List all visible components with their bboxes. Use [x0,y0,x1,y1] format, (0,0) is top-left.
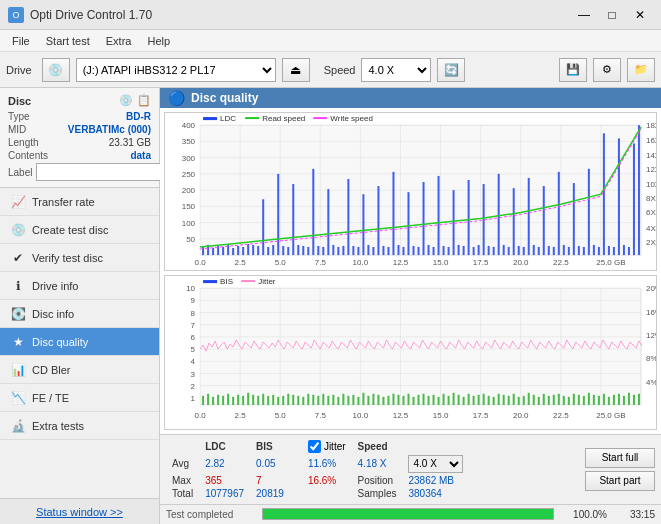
sidebar-item-verify-test-disc[interactable]: ✔ Verify test disc [0,244,159,272]
start-full-button[interactable]: Start full [585,448,655,468]
sidebar-item-disc-info[interactable]: 💽 Disc info [0,300,159,328]
svg-rect-245 [463,397,465,405]
svg-rect-271 [593,395,595,405]
svg-text:15.0: 15.0 [433,412,449,421]
speed-dropdown[interactable]: 4.0 X [408,455,463,473]
svg-rect-261 [543,394,545,405]
disc-mid-row: MID VERBATIMc (000) [8,124,151,135]
svg-text:0.0: 0.0 [195,412,207,421]
svg-rect-278 [628,393,630,405]
create-test-disc-icon: 💿 [10,222,26,238]
svg-text:25.0 GB: 25.0 GB [596,258,625,267]
app-icon: O [8,7,24,23]
svg-rect-140 [245,117,259,119]
svg-text:Read speed: Read speed [262,114,305,123]
verify-test-disc-icon: ✔ [10,250,26,266]
svg-rect-252 [498,394,500,405]
svg-text:Write speed: Write speed [330,114,373,123]
save-button[interactable]: 📁 [627,58,655,82]
svg-rect-108 [493,247,495,255]
svg-rect-132 [613,247,615,255]
status-window-link[interactable]: Status window >> [0,498,159,524]
svg-rect-103 [468,180,470,255]
svg-rect-228 [377,395,379,405]
progress-time: 33:15 [615,509,655,520]
titlebar: O Opti Drive Control 1.70 — □ ✕ [0,0,661,30]
max-label: Max [166,474,199,487]
svg-text:17.5: 17.5 [473,412,489,421]
svg-rect-208 [277,397,279,405]
speed-select[interactable]: 4.0 X [361,58,431,82]
svg-text:10.0: 10.0 [353,258,369,267]
disc-label-input[interactable] [36,163,171,181]
svg-rect-88 [392,172,394,255]
svg-rect-74 [322,247,324,255]
start-buttons: Start full Start part [585,448,655,491]
start-part-button[interactable]: Start part [585,471,655,491]
menu-file[interactable]: File [4,33,38,49]
menu-help[interactable]: Help [139,33,178,49]
sidebar-item-cd-bler[interactable]: 📊 CD Bler [0,356,159,384]
svg-rect-100 [453,190,455,255]
content-area: 🔵 Disc quality [160,88,661,524]
svg-rect-194 [207,394,209,405]
status-text: Test completed [166,509,254,520]
disc-write-button[interactable]: 💾 [559,58,587,82]
svg-rect-272 [598,396,600,405]
sidebar-item-fe-te[interactable]: 📉 FE / TE [0,384,159,412]
sidebar-item-cd-bler-label: CD Bler [32,364,71,376]
svg-rect-275 [613,395,615,405]
main-area: Disc 💿 📋 Type BD-R MID VERBATIMc (000) L… [0,88,661,524]
svg-text:10X: 10X [646,180,656,189]
svg-rect-264 [558,394,560,405]
svg-text:20.0: 20.0 [513,412,529,421]
refresh-button[interactable]: 🔄 [437,58,465,82]
svg-rect-262 [548,396,550,405]
disc-info-icon: 📋 [137,94,151,107]
svg-rect-57 [237,246,239,255]
menu-start-test[interactable]: Start test [38,33,98,49]
svg-rect-75 [327,189,329,255]
sidebar: Disc 💿 📋 Type BD-R MID VERBATIMc (000) L… [0,88,160,524]
menubar: File Start test Extra Help [0,30,661,52]
svg-rect-92 [413,246,415,255]
disc-cd-icon: 💿 [119,94,133,107]
settings-button[interactable]: ⚙ [593,58,621,82]
jitter-checkbox[interactable] [308,440,321,453]
svg-rect-250 [488,396,490,405]
svg-rect-244 [458,395,460,405]
svg-rect-89 [397,245,399,255]
svg-rect-237 [423,394,425,405]
max-ldc: 365 [199,474,250,487]
svg-rect-123 [568,247,570,255]
svg-rect-223 [352,395,354,405]
drive-select[interactable]: (J:) ATAPI iHBS312 2 PL17 [76,58,276,82]
svg-rect-226 [367,396,369,405]
svg-rect-259 [533,395,535,405]
sidebar-item-create-test-disc[interactable]: 💿 Create test disc [0,216,159,244]
sidebar-item-drive-info[interactable]: ℹ Drive info [0,272,159,300]
svg-rect-234 [407,394,409,405]
minimize-button[interactable]: — [571,5,597,25]
close-button[interactable]: ✕ [627,5,653,25]
svg-text:5.0: 5.0 [275,258,287,267]
disc-contents-row: Contents data [8,150,151,161]
svg-rect-72 [312,169,314,255]
sidebar-item-transfer-rate[interactable]: 📈 Transfer rate [0,188,159,216]
svg-text:12.5: 12.5 [393,258,409,267]
menu-extra[interactable]: Extra [98,33,140,49]
svg-rect-101 [458,245,460,255]
sidebar-item-transfer-rate-label: Transfer rate [32,196,95,208]
sidebar-item-extra-tests[interactable]: 🔬 Extra tests [0,412,159,440]
position-val: 23862 MB [402,474,469,487]
sidebar-item-disc-quality[interactable]: ★ Disc quality [0,328,159,356]
maximize-button[interactable]: □ [599,5,625,25]
svg-rect-266 [568,397,570,405]
eject-button[interactable]: ⏏ [282,58,310,82]
svg-rect-268 [578,395,580,405]
svg-rect-124 [573,183,575,255]
drive-icon-btn[interactable]: 💿 [42,58,70,82]
app-title: Opti Drive Control 1.70 [30,8,152,22]
svg-rect-110 [503,245,505,255]
svg-rect-117 [538,247,540,255]
